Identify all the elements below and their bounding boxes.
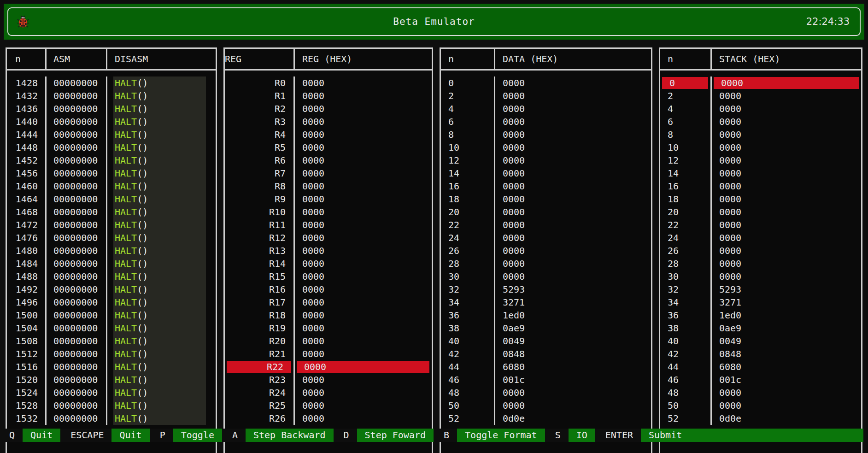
table-row[interactable]: R130000: [225, 244, 432, 257]
table-row[interactable]: 142800000000HALT(): [7, 76, 216, 89]
table-row[interactable]: R100000: [225, 206, 432, 218]
table-row[interactable]: R190000: [225, 322, 432, 335]
table-row[interactable]: 240000: [660, 231, 861, 244]
table-row[interactable]: 280000: [441, 257, 651, 270]
table-row[interactable]: 140000: [660, 167, 861, 180]
table-row[interactable]: 20000: [441, 89, 651, 102]
table-row[interactable]: 152800000000HALT(): [7, 399, 216, 412]
table-row[interactable]: R210000: [225, 347, 432, 360]
table-row[interactable]: 380ae9: [441, 322, 651, 335]
table-row[interactable]: 120000: [660, 154, 861, 167]
footer-action-p[interactable]: PToggle: [156, 429, 222, 442]
table-row[interactable]: R140000: [225, 257, 432, 270]
table-row[interactable]: 150000000000HALT(): [7, 309, 216, 322]
table-row[interactable]: 480000: [660, 386, 861, 399]
table-row[interactable]: 280000: [660, 257, 861, 270]
table-row[interactable]: 343271: [441, 296, 651, 309]
table-row[interactable]: 143600000000HALT(): [7, 102, 216, 115]
table-row[interactable]: R120000: [225, 231, 432, 244]
table-row[interactable]: 80000: [660, 128, 861, 141]
table-row[interactable]: 146400000000HALT(): [7, 193, 216, 206]
table-row[interactable]: 46001c: [660, 373, 861, 386]
table-row[interactable]: 380ae9: [660, 322, 861, 335]
table-row[interactable]: 145200000000HALT(): [7, 154, 216, 167]
table-row[interactable]: R230000: [225, 373, 432, 386]
table-row[interactable]: 420848: [441, 347, 651, 360]
table-row[interactable]: R10000: [225, 89, 432, 102]
table-row[interactable]: 151600000000HALT(): [7, 360, 216, 373]
table-row[interactable]: 361ed0: [660, 309, 861, 322]
table-row[interactable]: 146800000000HALT(): [7, 206, 216, 218]
table-row[interactable]: 144000000000HALT(): [7, 115, 216, 128]
table-row[interactable]: R30000: [225, 115, 432, 128]
table-row[interactable]: 400049: [660, 335, 861, 347]
table-row[interactable]: R90000: [225, 193, 432, 206]
table-row[interactable]: 500000: [441, 399, 651, 412]
table-row[interactable]: 149600000000HALT(): [7, 296, 216, 309]
table-row[interactable]: 220000: [660, 218, 861, 231]
table-row[interactable]: 520d0e: [441, 412, 651, 425]
table-row[interactable]: R170000: [225, 296, 432, 309]
table-row[interactable]: 480000: [441, 386, 651, 399]
table-row[interactable]: 260000: [660, 244, 861, 257]
table-row[interactable]: 400049: [441, 335, 651, 347]
table-row[interactable]: 153200000000HALT(): [7, 412, 216, 425]
table-row[interactable]: 143200000000HALT(): [7, 89, 216, 102]
table-row[interactable]: 180000: [441, 193, 651, 206]
table-row[interactable]: 420848: [660, 347, 861, 360]
table-row[interactable]: R180000: [225, 309, 432, 322]
footer-action-a[interactable]: AStep Backward: [229, 429, 334, 442]
table-row[interactable]: 200000: [660, 206, 861, 218]
table-row[interactable]: 149200000000HALT(): [7, 283, 216, 296]
table-row[interactable]: 361ed0: [441, 309, 651, 322]
footer-action-d[interactable]: DStep Foward: [340, 429, 434, 442]
table-row[interactable]: 40000: [441, 102, 651, 115]
table-row[interactable]: 151200000000HALT(): [7, 347, 216, 360]
table-row[interactable]: 120000: [441, 154, 651, 167]
table-row[interactable]: R70000: [225, 167, 432, 180]
table-row[interactable]: R00000: [225, 76, 432, 89]
table-row[interactable]: R200000: [225, 335, 432, 347]
table-row[interactable]: R150000: [225, 270, 432, 283]
table-row[interactable]: 220000: [441, 218, 651, 231]
table-row[interactable]: 160000: [660, 180, 861, 193]
footer-action-q[interactable]: QQuit: [6, 429, 60, 442]
table-row[interactable]: R60000: [225, 154, 432, 167]
table-row[interactable]: 140000: [441, 167, 651, 180]
table-row[interactable]: 60000: [660, 115, 861, 128]
table-row[interactable]: 343271: [660, 296, 861, 309]
table-row[interactable]: 200000: [441, 206, 651, 218]
table-row[interactable]: 150800000000HALT(): [7, 335, 216, 347]
table-row[interactable]: 148400000000HALT(): [7, 257, 216, 270]
table-row[interactable]: 80000: [441, 128, 651, 141]
table-row[interactable]: 520d0e: [660, 412, 861, 425]
table-row[interactable]: 145600000000HALT(): [7, 167, 216, 180]
table-row[interactable]: 500000: [660, 399, 861, 412]
table-row[interactable]: 60000: [441, 115, 651, 128]
table-row-selected[interactable]: R220000: [225, 360, 432, 373]
table-row[interactable]: 147200000000HALT(): [7, 218, 216, 231]
table-row[interactable]: 100000: [660, 141, 861, 154]
table-row[interactable]: 144400000000HALT(): [7, 128, 216, 141]
table-row-selected[interactable]: 00000: [660, 76, 861, 89]
table-row[interactable]: R160000: [225, 283, 432, 296]
table-row[interactable]: 46001c: [441, 373, 651, 386]
table-row[interactable]: R50000: [225, 141, 432, 154]
table-row[interactable]: 260000: [441, 244, 651, 257]
table-row[interactable]: 160000: [441, 180, 651, 193]
table-row[interactable]: 325293: [441, 283, 651, 296]
table-row[interactable]: R40000: [225, 128, 432, 141]
footer-action-b[interactable]: BToggle Format: [440, 429, 545, 442]
table-row[interactable]: R260000: [225, 412, 432, 425]
table-row[interactable]: 446080: [441, 360, 651, 373]
table-row[interactable]: 20000: [660, 89, 861, 102]
footer-action-s[interactable]: SIO: [551, 429, 595, 442]
table-row[interactable]: 446080: [660, 360, 861, 373]
footer-action-enter[interactable]: ENTERSubmit: [602, 429, 863, 442]
footer-action-escape[interactable]: ESCAPEQuit: [67, 429, 149, 442]
table-row[interactable]: R250000: [225, 399, 432, 412]
table-row[interactable]: R240000: [225, 386, 432, 399]
table-row[interactable]: 148000000000HALT(): [7, 244, 216, 257]
table-row[interactable]: 240000: [441, 231, 651, 244]
table-row[interactable]: 300000: [660, 270, 861, 283]
